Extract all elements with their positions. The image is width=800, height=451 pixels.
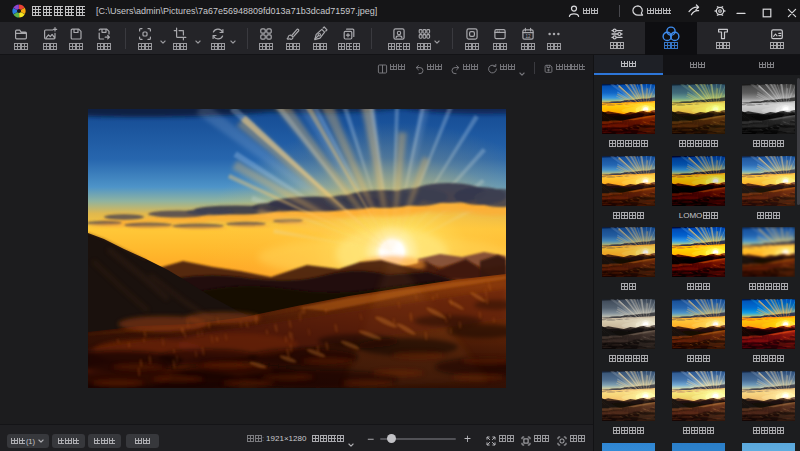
svg-text:12: 12	[525, 34, 531, 39]
